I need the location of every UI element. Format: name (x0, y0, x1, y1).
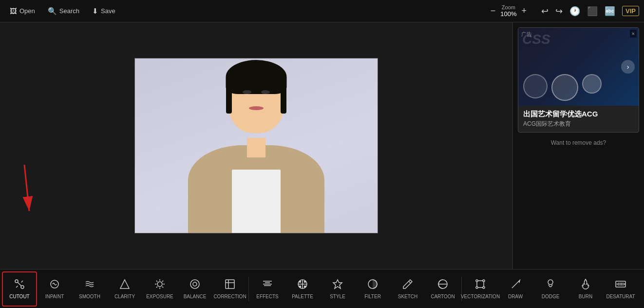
tool-cutout[interactable]: CUTOUT (2, 271, 37, 307)
tool-style[interactable]: STYLE (320, 271, 355, 307)
svg-point-18 (190, 280, 199, 289)
tool-cutout-icon (14, 278, 25, 292)
redo-button[interactable]: ↪ (555, 6, 563, 17)
tool-filter-label: FILTER (364, 294, 381, 299)
tool-vectorization[interactable]: VECTORIZATION (463, 271, 498, 307)
language-button[interactable]: 🔤 (605, 6, 615, 17)
tool-clarity[interactable]: CLARITY (107, 271, 142, 307)
save-icon: ⬇ (92, 7, 98, 16)
tool-dodge-icon (545, 278, 556, 292)
topbar: 🖼 Open 🔍 Search ⬇ Save − Zoom 100% + ↩ ↪… (0, 0, 644, 22)
tool-correction[interactable]: CORRECTION (212, 271, 247, 307)
ad-circle-1 (523, 74, 548, 98)
ad-remove-text[interactable]: Want to remove ads? (518, 139, 639, 146)
tool-correction-label: CORRECTION (213, 294, 246, 299)
tool-exposure[interactable]: EXPOSURE (142, 271, 177, 307)
tool-exposure-label: EXPOSURE (146, 294, 173, 299)
tool-balance[interactable]: BALANCE (177, 271, 212, 307)
tool-filter[interactable]: FILTER (355, 271, 390, 307)
svg-point-32 (304, 286, 306, 288)
svg-line-35 (409, 281, 411, 283)
svg-line-5 (16, 286, 18, 288)
tool-cartoon[interactable]: CARTOON (425, 271, 460, 307)
topbar-right: ↩ ↪ 🕐 ⬛ 🔤 VIP (541, 6, 639, 17)
tool-smooth[interactable]: SMOOTH (72, 271, 107, 307)
svg-point-38 (476, 280, 478, 282)
tool-inpaint[interactable]: INPAINT (37, 271, 72, 307)
tool-clarity-icon (119, 278, 131, 292)
tool-style-icon (332, 278, 343, 292)
portrait (135, 58, 378, 233)
svg-point-31 (304, 281, 306, 283)
svg-point-19 (193, 282, 197, 286)
tool-cartoon-label: CARTOON (431, 294, 455, 299)
tool-draw-icon (510, 278, 521, 292)
tool-exposure-icon (154, 278, 166, 292)
ad-circles (523, 74, 602, 101)
tool-draw[interactable]: DRAW (498, 271, 533, 307)
tool-palette[interactable]: PALETTE (285, 271, 320, 307)
undo-button[interactable]: ↩ (541, 6, 549, 17)
search-icon: 🔍 (48, 7, 57, 16)
layers-button[interactable]: ⬛ (587, 6, 598, 17)
svg-rect-20 (226, 280, 234, 289)
tool-burn-label: BURN (579, 294, 592, 299)
tool-effects[interactable]: EFFECTS (250, 271, 285, 307)
svg-point-47 (548, 280, 553, 285)
svg-point-2 (15, 280, 18, 283)
svg-line-6 (21, 281, 23, 283)
open-icon: 🖼 (10, 7, 17, 15)
tool-desaturate[interactable]: DESATURAT (603, 271, 638, 307)
tool-sketch[interactable]: SKETCH (390, 271, 425, 307)
zoom-value: 100% (500, 10, 516, 18)
ad-overlay-label: 广告 (521, 31, 532, 38)
history-button[interactable]: 🕐 (569, 6, 580, 17)
toolbar-divider (248, 277, 249, 301)
tool-style-label: STYLE (330, 294, 345, 299)
zoom-label: Zoom (502, 4, 515, 10)
right-panel: CSS 广告 × › 出国艺术留学优选ACG ACG国际艺术教育 Want to… (512, 22, 644, 269)
tool-inpaint-icon (49, 278, 60, 292)
main-content: CSS 广告 × › 出国艺术留学优选ACG ACG国际艺术教育 Want to… (0, 22, 644, 269)
search-button[interactable]: 🔍 Search (43, 5, 84, 18)
zoom-out-button[interactable]: − (489, 6, 498, 16)
svg-line-15 (162, 287, 163, 288)
svg-line-16 (156, 287, 157, 288)
tool-cartoon-icon (437, 278, 449, 292)
tool-vectorization-label: VECTORIZATION (461, 294, 500, 299)
ad-info: 出国艺术留学优选ACG ACG国际艺术教育 (518, 106, 639, 132)
svg-line-46 (512, 281, 519, 288)
svg-point-39 (483, 280, 485, 282)
tool-effects-label: EFFECTS (256, 294, 279, 299)
vip-badge[interactable]: VIP (622, 6, 639, 16)
svg-point-3 (21, 286, 24, 289)
ad-close-button[interactable]: × (630, 30, 637, 38)
tool-correction-icon (224, 278, 236, 292)
ad-circle-2 (551, 74, 578, 101)
tool-dodge[interactable]: DODGE (533, 271, 568, 307)
ad-subtitle: ACG国际艺术教育 (523, 120, 634, 128)
tool-desaturate-label: DESATURAT (606, 294, 635, 299)
save-button[interactable]: ⬇ Save (87, 5, 120, 18)
svg-marker-8 (120, 280, 129, 289)
ad-next-button[interactable]: › (621, 60, 635, 74)
svg-point-40 (476, 287, 478, 289)
svg-line-1 (24, 165, 29, 211)
zoom-in-button[interactable]: + (520, 6, 529, 16)
tool-sketch-label: SKETCH (398, 294, 418, 299)
canvas-area (0, 22, 512, 269)
svg-point-41 (483, 287, 485, 289)
photo-frame (134, 58, 378, 233)
tool-smooth-icon (84, 278, 95, 292)
search-label: Search (59, 7, 79, 15)
tool-smooth-label: SMOOTH (79, 294, 100, 299)
tool-palette-label: PALETTE (292, 294, 313, 299)
arrow-overlay (15, 160, 78, 220)
svg-line-4 (18, 283, 21, 286)
svg-line-14 (156, 281, 157, 282)
ad-circle-3 (582, 74, 602, 94)
tool-burn[interactable]: BURN (568, 271, 603, 307)
tool-inpaint-label: INPAINT (45, 294, 64, 299)
tool-balance-icon (189, 278, 201, 292)
open-button[interactable]: 🖼 Open (5, 5, 40, 17)
